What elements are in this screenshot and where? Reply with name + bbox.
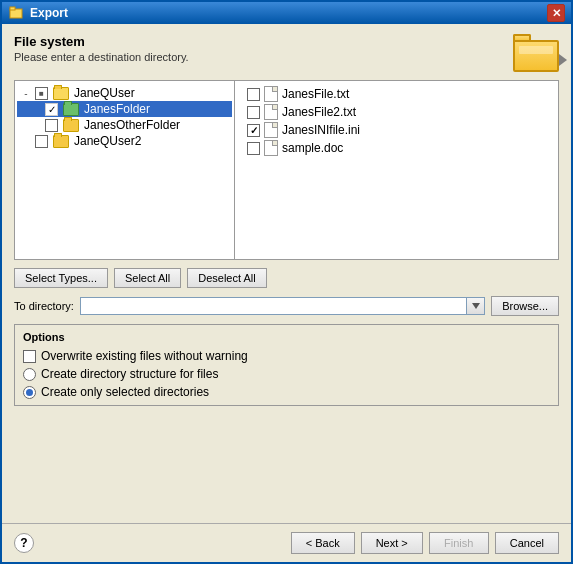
main-panels: - JaneQUser JanesFolder JanesOtherFolder bbox=[14, 80, 559, 260]
file-list[interactable]: JanesFile.txt JanesFile2.txt JanesINIfil… bbox=[241, 81, 558, 259]
checkbox-sampledoc[interactable] bbox=[247, 142, 260, 155]
directory-row: To directory: Browse... bbox=[14, 296, 559, 316]
checkbox-janequser[interactable] bbox=[35, 87, 48, 100]
label-create-selected-dirs: Create only selected directories bbox=[41, 385, 209, 399]
checkbox-janesotherfolder[interactable] bbox=[45, 119, 58, 132]
folder-tree[interactable]: - JaneQUser JanesFolder JanesOtherFolder bbox=[15, 81, 235, 259]
file-icon-janesfile bbox=[264, 86, 278, 102]
options-title: Options bbox=[23, 331, 550, 343]
toggle-janequser[interactable]: - bbox=[19, 86, 33, 100]
file-icon-sampledoc bbox=[264, 140, 278, 156]
window-icon bbox=[8, 5, 24, 21]
checkbox-janequser2[interactable] bbox=[35, 135, 48, 148]
tree-item-janesfolder[interactable]: JanesFolder bbox=[17, 101, 232, 117]
select-types-button[interactable]: Select Types... bbox=[14, 268, 108, 288]
folder-shine bbox=[519, 46, 553, 54]
page-title: File system bbox=[14, 34, 189, 49]
filename-janesinifile: JanesINIfile.ini bbox=[282, 123, 360, 137]
folder-icon-large bbox=[513, 34, 559, 72]
directory-input[interactable] bbox=[81, 298, 466, 314]
close-button[interactable]: ✕ bbox=[547, 4, 565, 22]
checkbox-overwrite[interactable] bbox=[23, 350, 36, 363]
radio-create-selected-dirs[interactable] bbox=[23, 386, 36, 399]
file-item-sampledoc[interactable]: sample.doc bbox=[243, 139, 556, 157]
file-item-janesinifile[interactable]: JanesINIfile.ini bbox=[243, 121, 556, 139]
file-icon-janesinifile bbox=[264, 122, 278, 138]
dialog-content: File system Please enter a destination d… bbox=[2, 24, 571, 523]
select-all-button[interactable]: Select All bbox=[114, 268, 181, 288]
option-overwrite[interactable]: Overwrite existing files without warning bbox=[23, 349, 550, 363]
footer: ? < Back Next > Finish Cancel bbox=[2, 523, 571, 562]
folder-janesotherfolder bbox=[63, 119, 79, 132]
file-item-janesfile2[interactable]: JanesFile2.txt bbox=[243, 103, 556, 121]
tree-item-janesotherfolder[interactable]: JanesOtherFolder bbox=[17, 117, 232, 133]
finish-button[interactable]: Finish bbox=[429, 532, 489, 554]
folder-janequser2 bbox=[53, 135, 69, 148]
page-subtitle: Please enter a destination directory. bbox=[14, 51, 189, 63]
svg-rect-1 bbox=[10, 7, 15, 10]
help-button[interactable]: ? bbox=[14, 533, 34, 553]
header-text: File system Please enter a destination d… bbox=[14, 34, 189, 63]
tree-item-janequser[interactable]: - JaneQUser bbox=[17, 85, 232, 101]
label-overwrite: Overwrite existing files without warning bbox=[41, 349, 248, 363]
option-create-selected-dirs[interactable]: Create only selected directories bbox=[23, 385, 550, 399]
deselect-all-button[interactable]: Deselect All bbox=[187, 268, 266, 288]
filename-sampledoc: sample.doc bbox=[282, 141, 343, 155]
folder-body bbox=[513, 40, 559, 72]
checkbox-janesfile[interactable] bbox=[247, 88, 260, 101]
label-janequser2: JaneQUser2 bbox=[74, 134, 141, 148]
svg-marker-2 bbox=[472, 303, 480, 309]
checkbox-janesfile2[interactable] bbox=[247, 106, 260, 119]
titlebar: Export ✕ bbox=[2, 2, 571, 24]
file-icon-janesfile2 bbox=[264, 104, 278, 120]
label-janesotherfolder: JanesOtherFolder bbox=[84, 118, 180, 132]
filename-janesfile: JanesFile.txt bbox=[282, 87, 349, 101]
directory-label: To directory: bbox=[14, 300, 74, 312]
checkbox-janesfolder[interactable] bbox=[45, 103, 58, 116]
folder-janesfolder bbox=[63, 103, 79, 116]
label-create-dir-structure: Create directory structure for files bbox=[41, 367, 218, 381]
filename-janesfile2: JanesFile2.txt bbox=[282, 105, 356, 119]
folder-arrow bbox=[559, 54, 567, 66]
radio-create-dir-structure[interactable] bbox=[23, 368, 36, 381]
browse-button[interactable]: Browse... bbox=[491, 296, 559, 316]
cancel-button[interactable]: Cancel bbox=[495, 532, 559, 554]
label-janesfolder: JanesFolder bbox=[84, 102, 150, 116]
file-item-janesfile[interactable]: JanesFile.txt bbox=[243, 85, 556, 103]
header-section: File system Please enter a destination d… bbox=[14, 34, 559, 72]
directory-input-wrapper bbox=[80, 297, 485, 315]
folder-janequser bbox=[53, 87, 69, 100]
export-dialog: Export ✕ File system Please enter a dest… bbox=[0, 0, 573, 564]
checkbox-janesinifile[interactable] bbox=[247, 124, 260, 137]
window-title: Export bbox=[30, 6, 541, 20]
next-button[interactable]: Next > bbox=[361, 532, 423, 554]
options-section: Options Overwrite existing files without… bbox=[14, 324, 559, 406]
directory-dropdown-button[interactable] bbox=[466, 298, 484, 314]
option-create-dir-structure[interactable]: Create directory structure for files bbox=[23, 367, 550, 381]
tree-item-janequser2[interactable]: + JaneQUser2 bbox=[17, 133, 232, 149]
back-button[interactable]: < Back bbox=[291, 532, 355, 554]
action-buttons: Select Types... Select All Deselect All bbox=[14, 268, 559, 288]
label-janequser: JaneQUser bbox=[74, 86, 135, 100]
